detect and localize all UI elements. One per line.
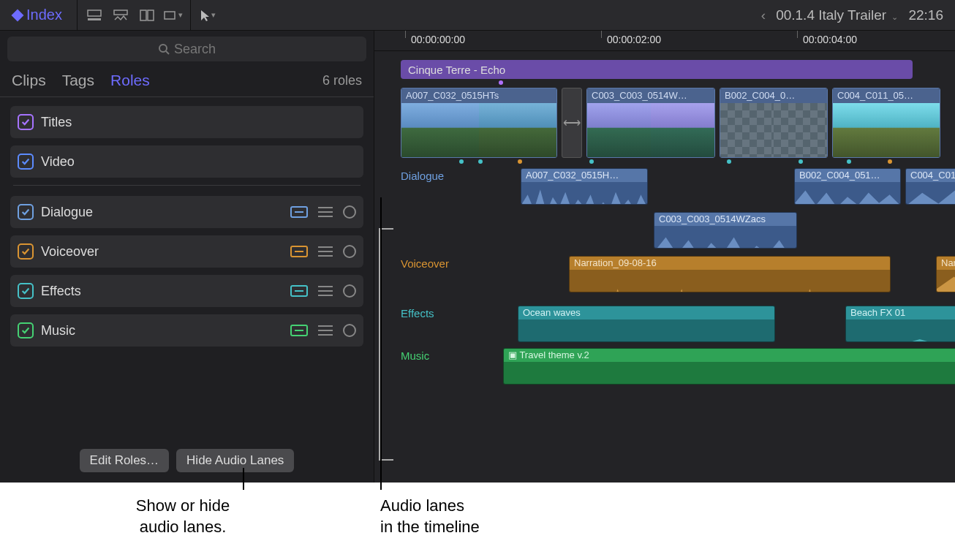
subroles-icon[interactable] bbox=[318, 246, 333, 257]
role-label: Voiceover bbox=[41, 244, 99, 260]
compound-clip-icon: ▣ bbox=[508, 349, 517, 360]
video-clip[interactable]: C004_C011_05… bbox=[832, 88, 940, 158]
role-checkbox[interactable] bbox=[18, 283, 34, 299]
audio-clip[interactable]: Narration_0 bbox=[936, 256, 955, 292]
index-tabs: Clips Tags Roles 6 roles bbox=[0, 67, 374, 97]
marker-dot-icon bbox=[499, 80, 503, 85]
solo-icon[interactable] bbox=[343, 245, 356, 258]
timecode-display: 22:16 bbox=[908, 7, 943, 23]
clip-name: Narration_09-08-16 bbox=[570, 257, 890, 270]
audio-lane-toggle-icon[interactable] bbox=[290, 325, 308, 336]
role-dialogue[interactable]: Dialogue bbox=[10, 196, 363, 228]
appearance-icon-3[interactable] bbox=[137, 7, 156, 23]
marker-dot-icon bbox=[589, 159, 594, 164]
audio-clip[interactable]: C004_C011_05… bbox=[905, 168, 955, 205]
roles-list: Titles Video Dialogue bbox=[0, 97, 374, 442]
clip-name: A007_C032_0515H… bbox=[521, 169, 647, 182]
transition-icon[interactable]: ⟷ bbox=[562, 88, 582, 158]
lane-label: Voiceover bbox=[401, 256, 458, 270]
toolbar-divider bbox=[77, 0, 78, 31]
solo-icon[interactable] bbox=[343, 284, 356, 298]
project-name[interactable]: 00.1.4 Italy Trailer ⌄ bbox=[776, 7, 898, 23]
clip-name: ▣ Travel theme v.2 bbox=[504, 349, 955, 362]
lane-label: Music bbox=[401, 348, 458, 362]
marker-dot-icon bbox=[888, 159, 892, 164]
chevron-down-icon-3: ⌄ bbox=[891, 12, 898, 21]
role-checkbox[interactable] bbox=[18, 204, 34, 220]
callouts: Show or hideaudio lanes. Audio lanesin t… bbox=[0, 483, 955, 556]
marker-dot-icon bbox=[518, 159, 522, 164]
svg-rect-0 bbox=[88, 10, 101, 16]
role-music[interactable]: Music bbox=[10, 314, 363, 347]
clip-name: C004_C011_05… bbox=[833, 88, 940, 103]
clip-name: Ocean waves bbox=[518, 306, 774, 319]
lane-voiceover: Voiceover Narration_09-08-16 Narration_0 bbox=[401, 253, 955, 303]
audio-clip[interactable]: Narration_09-08-16 bbox=[569, 256, 891, 292]
role-label: Dialogue bbox=[41, 205, 93, 220]
index-sidebar: Search Clips Tags Roles 6 roles Titles V… bbox=[0, 31, 374, 483]
solo-icon[interactable] bbox=[343, 324, 356, 337]
chevron-down-icon-2: ▾ bbox=[211, 10, 216, 20]
audio-lane-toggle-icon[interactable] bbox=[290, 246, 308, 257]
role-video[interactable]: Video bbox=[10, 145, 363, 178]
index-label: Index bbox=[26, 7, 62, 23]
select-tool[interactable]: ▾ bbox=[198, 7, 217, 23]
ruler-mark: 00:00:00:00 bbox=[411, 34, 465, 45]
marker-dot-icon bbox=[799, 159, 803, 164]
hide-audio-lanes-button[interactable]: Hide Audio Lanes bbox=[176, 449, 294, 472]
audio-clip[interactable]: A007_C032_0515H… bbox=[521, 168, 648, 205]
appearance-icon-1[interactable] bbox=[85, 7, 104, 23]
audio-lane-toggle-icon[interactable] bbox=[290, 285, 308, 297]
search-input[interactable]: Search bbox=[7, 37, 366, 61]
lane-effects: Effects Ocean waves Beach FX 01 bbox=[401, 303, 955, 345]
back-chevron-icon[interactable]: ‹ bbox=[761, 7, 766, 23]
svg-rect-1 bbox=[88, 18, 101, 20]
role-checkbox[interactable] bbox=[18, 322, 34, 338]
search-placeholder: Search bbox=[174, 42, 216, 57]
timeline[interactable]: 00:00:00:00 00:00:02:00 00:00:04:00 Cinq… bbox=[374, 31, 955, 483]
solo-icon[interactable] bbox=[343, 205, 356, 219]
tab-tags[interactable]: Tags bbox=[62, 72, 94, 89]
chevron-down-icon: ▾ bbox=[178, 10, 183, 20]
role-checkbox[interactable] bbox=[18, 243, 34, 260]
clip-name: C003_C003_0514WZacs bbox=[654, 213, 796, 226]
marker-row bbox=[401, 158, 955, 165]
title-clip[interactable]: Cinque Terre - Echo bbox=[401, 60, 913, 79]
audio-clip[interactable]: B002_C004_051… bbox=[794, 168, 901, 205]
ruler-mark: 00:00:02:00 bbox=[607, 34, 661, 45]
audio-clip[interactable]: Beach FX 01 bbox=[845, 306, 955, 342]
role-voiceover[interactable]: Voiceover bbox=[10, 235, 363, 268]
callout-line bbox=[243, 468, 244, 490]
appearance-icon-2[interactable] bbox=[111, 7, 130, 23]
svg-rect-5 bbox=[165, 12, 175, 19]
clip-name: B002_C004_051… bbox=[795, 169, 900, 182]
tab-clips[interactable]: Clips bbox=[12, 72, 46, 89]
edit-roles-button[interactable]: Edit Roles… bbox=[80, 449, 169, 472]
role-label: Titles bbox=[41, 115, 72, 130]
video-clip[interactable]: A007_C032_0515HTs bbox=[401, 88, 557, 158]
ruler-mark: 00:00:04:00 bbox=[803, 34, 857, 45]
appearance-icon-4[interactable]: ▾ bbox=[164, 7, 183, 23]
audio-lane-toggle-icon[interactable] bbox=[290, 206, 308, 218]
subroles-icon[interactable] bbox=[318, 325, 333, 336]
video-clip[interactable]: B002_C004_0… bbox=[720, 88, 828, 158]
roles-divider bbox=[13, 185, 361, 186]
subroles-icon[interactable] bbox=[318, 207, 333, 217]
role-effects[interactable]: Effects bbox=[10, 275, 363, 307]
audio-clip[interactable]: C003_C003_0514WZacs bbox=[654, 212, 797, 249]
tab-roles[interactable]: Roles bbox=[110, 72, 150, 89]
roles-count: 6 roles bbox=[322, 73, 362, 88]
audio-clip[interactable]: Ocean waves bbox=[518, 306, 775, 342]
index-button[interactable]: Index bbox=[6, 7, 69, 23]
clip-name: B002_C004_0… bbox=[720, 88, 827, 103]
index-diamond-icon bbox=[12, 9, 24, 21]
role-checkbox[interactable] bbox=[18, 154, 34, 170]
lane-music: Music ▣ Travel theme v.2 bbox=[401, 345, 955, 390]
audio-clip[interactable]: ▣ Travel theme v.2 bbox=[503, 348, 955, 385]
timeline-ruler[interactable]: 00:00:00:00 00:00:02:00 00:00:04:00 bbox=[374, 31, 955, 51]
svg-line-7 bbox=[166, 51, 169, 54]
subroles-icon[interactable] bbox=[318, 286, 333, 296]
role-checkbox[interactable] bbox=[18, 114, 34, 130]
role-titles[interactable]: Titles bbox=[10, 106, 363, 138]
video-clip[interactable]: C003_C003_0514W… bbox=[586, 88, 715, 158]
